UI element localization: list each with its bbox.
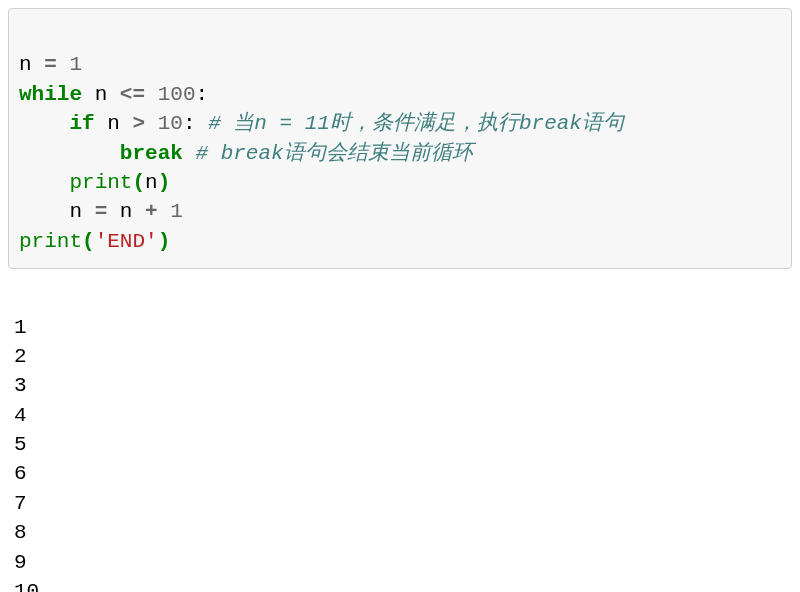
code-line-5: print(n) (19, 171, 170, 194)
output-line: 1 (14, 316, 27, 339)
code-block: n = 1 while n <= 100: if n > 10: # 当n = … (8, 8, 792, 269)
output-line: 2 (14, 345, 27, 368)
output-block: 1 2 3 4 5 6 7 8 9 10 END (8, 279, 792, 592)
code-line-7: print('END') (19, 230, 170, 253)
code-line-4: break # break语句会结束当前循环 (19, 142, 473, 165)
output-line: 5 (14, 433, 27, 456)
code-line-6: n = n + 1 (19, 200, 183, 223)
code-line-1: n = 1 (19, 53, 82, 76)
output-line: 7 (14, 492, 27, 515)
output-line: 10 (14, 580, 39, 592)
output-line: 4 (14, 404, 27, 427)
output-line: 9 (14, 551, 27, 574)
output-line: 8 (14, 521, 27, 544)
code-line-3: if n > 10: # 当n = 11时，条件满足，执行break语句 (19, 112, 624, 135)
code-line-2: while n <= 100: (19, 83, 208, 106)
output-line: 3 (14, 374, 27, 397)
output-line: 6 (14, 462, 27, 485)
